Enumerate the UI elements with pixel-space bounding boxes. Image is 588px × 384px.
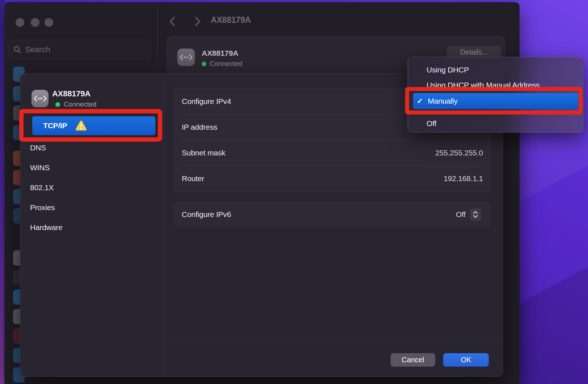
subnet-mask-row[interactable]: Subnet mask 255.255.255.0 xyxy=(174,140,490,166)
configure-ipv6-row: Configure IPv6 Off xyxy=(174,203,490,226)
search-input[interactable] xyxy=(25,45,145,54)
ethernet-adapter-icon xyxy=(177,49,195,66)
traffic-light-minimize-button[interactable] xyxy=(31,18,39,27)
page-title: AX88179A xyxy=(211,15,251,25)
menu-item-using-dhcp[interactable]: Using DHCP xyxy=(408,62,583,78)
menu-item-label: Manually xyxy=(428,97,457,105)
dialog-divider xyxy=(164,74,164,377)
ipv6-select-stepper[interactable] xyxy=(470,209,481,221)
sidebar-item-wins[interactable]: WINS xyxy=(20,158,164,178)
footer-divider xyxy=(164,338,503,338)
status-dot xyxy=(202,62,206,66)
status-label: Connected xyxy=(64,100,96,108)
sidebar-item-8021x[interactable]: 802.1X xyxy=(20,178,164,197)
sidebar-item-tcpip[interactable]: TCP/IP xyxy=(32,116,155,135)
cancel-button[interactable]: Cancel xyxy=(391,353,435,367)
menu-item-off[interactable]: Off xyxy=(408,116,583,131)
row-label: Configure IPv6 xyxy=(182,210,231,219)
traffic-light-zoom-button[interactable] xyxy=(45,18,53,27)
row-value: Off xyxy=(456,210,466,219)
row-value: 255.255.255.0 xyxy=(435,149,483,157)
device-name: AX88179A xyxy=(52,89,91,99)
menu-item-manually[interactable]: ✓ Manually xyxy=(413,93,579,109)
sidebar-item-dns[interactable]: DNS xyxy=(20,138,164,158)
sidebar-item-proxies[interactable]: Proxies xyxy=(20,197,164,217)
status-label: Connected xyxy=(210,60,242,68)
row-label: Router xyxy=(182,174,204,183)
warning-icon xyxy=(75,120,87,131)
desktop: { "colors": { "selection_blue": "#1463d2… xyxy=(0,0,588,384)
search-field[interactable] xyxy=(8,40,151,59)
row-label: Configure IPv4 xyxy=(182,97,231,106)
row-label: IP address xyxy=(182,123,217,132)
status-dot xyxy=(55,102,60,107)
forward-icon[interactable] xyxy=(193,16,202,27)
sidebar-divider xyxy=(158,2,158,74)
ok-button[interactable]: OK xyxy=(443,353,489,367)
traffic-light-close-button[interactable] xyxy=(16,18,24,27)
router-row[interactable]: Router 192.168.1.1 xyxy=(174,166,490,192)
ethernet-adapter-icon xyxy=(32,90,49,107)
sidebar-item-label: TCP/IP xyxy=(43,121,67,130)
device-name: AX88179A xyxy=(202,49,238,58)
stepper-icon xyxy=(472,210,479,219)
configure-ipv4-menu: Using DHCP Using DHCP with Manual Addres… xyxy=(408,57,584,133)
sidebar-item-hardware[interactable]: Hardware xyxy=(20,217,164,237)
ipv6-settings-card: Configure IPv6 Off xyxy=(173,202,491,227)
row-label: Subnet mask xyxy=(182,149,225,157)
checkmark-icon: ✓ xyxy=(417,97,423,105)
menu-item-using-dhcp-manual[interactable]: Using DHCP with Manual Address xyxy=(408,78,583,93)
search-icon xyxy=(13,46,21,54)
back-icon[interactable] xyxy=(168,16,177,27)
row-value: 192.168.1.1 xyxy=(444,174,483,183)
device-status: Connected xyxy=(202,60,242,68)
dialog-sidebar: DNS WINS 802.1X Proxies Hardware xyxy=(20,138,164,237)
device-status: Connected xyxy=(55,100,96,108)
